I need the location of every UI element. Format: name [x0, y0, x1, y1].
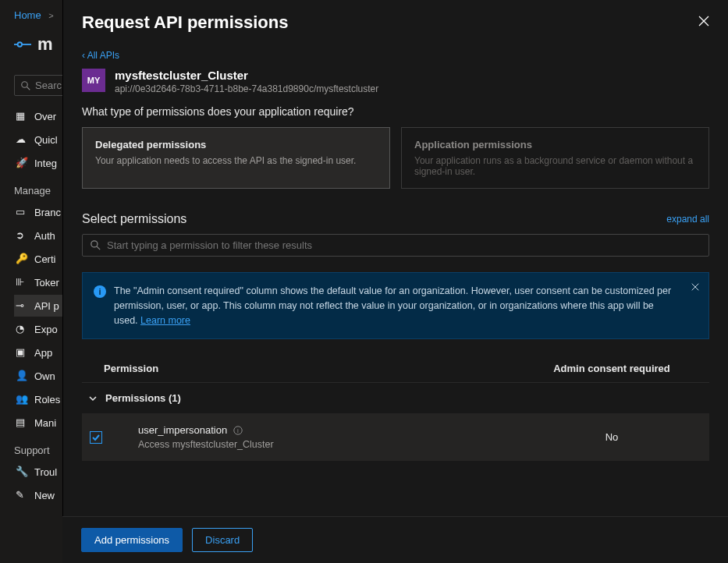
- chevron-right-icon: >: [48, 11, 53, 20]
- breadcrumb-home[interactable]: Home: [14, 9, 41, 21]
- api-icon: ⊸: [16, 299, 28, 312]
- svg-line-4: [27, 87, 30, 90]
- info-icon: i: [94, 285, 106, 298]
- close-button[interactable]: [698, 16, 709, 30]
- svg-point-0: [18, 42, 22, 47]
- add-permissions-button[interactable]: Add permissions: [81, 528, 183, 552]
- info-icon[interactable]: i: [233, 426, 243, 435]
- expand-all-link[interactable]: expand all: [666, 214, 709, 225]
- back-all-apis[interactable]: ‹ All APIs: [82, 50, 709, 61]
- table-header-row: Permission Admin consent required: [82, 355, 709, 383]
- api-id: api://0e3d2646-78b3-4711-b8be-74a381d989…: [115, 83, 378, 94]
- card-desc: Your application needs to access the API…: [95, 155, 377, 166]
- delegated-permissions-card[interactable]: Delegated permissions Your application n…: [82, 127, 390, 189]
- checkmark-icon: [91, 433, 101, 442]
- apps-icon: ▣: [16, 346, 28, 359]
- svg-point-3: [22, 81, 28, 87]
- auth-icon: ➲: [16, 229, 28, 242]
- api-badge: MY: [82, 69, 105, 92]
- app-registration-icon: [14, 36, 31, 53]
- breadcrumb[interactable]: Home >: [14, 9, 59, 21]
- grid-icon: ▦: [16, 110, 28, 122]
- api-identity: MY mysftestcluster_Cluster api://0e3d264…: [82, 69, 709, 94]
- application-permissions-card[interactable]: Application permissions Your application…: [401, 127, 709, 189]
- permission-filter[interactable]: [82, 234, 709, 257]
- permission-type-question: What type of permissions does your appli…: [82, 105, 709, 118]
- info-banner: i The "Admin consent required" column sh…: [82, 272, 709, 339]
- col-admin-consent: Admin consent required: [514, 363, 709, 374]
- app-title: m: [14, 34, 53, 55]
- permission-desc: Access mysftestcluster_Cluster: [138, 439, 514, 450]
- search-icon: [91, 240, 101, 250]
- permission-name: user_impersonation: [138, 424, 227, 436]
- request-api-permissions-panel: Request API permissions ‹ All APIs MY my…: [62, 0, 728, 563]
- panel-footer: Add permissions Discard: [62, 516, 728, 563]
- card-title: Application permissions: [414, 139, 696, 150]
- svg-text:i: i: [237, 427, 239, 434]
- admin-consent-value: No: [514, 431, 709, 443]
- group-label: Permissions (1): [105, 392, 181, 404]
- close-icon: [698, 16, 709, 27]
- close-icon: [691, 283, 699, 291]
- select-permissions-title: Select permissions: [82, 212, 186, 226]
- api-name: mysftestcluster_Cluster: [115, 69, 378, 82]
- card-desc: Your application runs as a background se…: [414, 155, 696, 177]
- roles-icon: 👥: [16, 393, 28, 405]
- info-text: The "Admin consent required" column show…: [114, 285, 671, 326]
- search-placeholder: Searc: [35, 80, 62, 91]
- col-permission: Permission: [104, 363, 514, 374]
- dismiss-info-button[interactable]: [691, 281, 699, 296]
- svg-line-8: [97, 246, 100, 250]
- search-icon: [21, 81, 30, 90]
- card-title: Delegated permissions: [95, 139, 377, 150]
- cloud-icon: ☁: [16, 133, 28, 146]
- svg-point-7: [91, 241, 98, 247]
- permission-checkbox[interactable]: [90, 431, 102, 444]
- expose-icon: ◔: [16, 323, 28, 335]
- manifest-icon: ▤: [16, 416, 28, 429]
- permission-filter-input[interactable]: [107, 239, 701, 251]
- palette-icon: ▭: [16, 206, 28, 218]
- permission-row[interactable]: user_impersonation i Access mysftestclus…: [82, 413, 709, 461]
- chevron-left-icon: ‹: [82, 50, 87, 61]
- sliders-icon: ⊪: [16, 276, 28, 289]
- key-icon: 🔑: [16, 253, 28, 265]
- permissions-group-toggle[interactable]: Permissions (1): [82, 383, 709, 413]
- learn-more-link[interactable]: Learn more: [140, 315, 190, 326]
- chevron-down-icon: [88, 394, 98, 403]
- permissions-table: Permission Admin consent required Permis…: [82, 355, 709, 461]
- owners-icon: 👤: [16, 370, 28, 382]
- rocket-icon: 🚀: [16, 157, 28, 169]
- panel-title: Request API permissions: [82, 12, 288, 33]
- discard-button[interactable]: Discard: [192, 528, 253, 552]
- new-icon: ✎: [16, 489, 28, 501]
- wrench-icon: 🔧: [16, 466, 28, 478]
